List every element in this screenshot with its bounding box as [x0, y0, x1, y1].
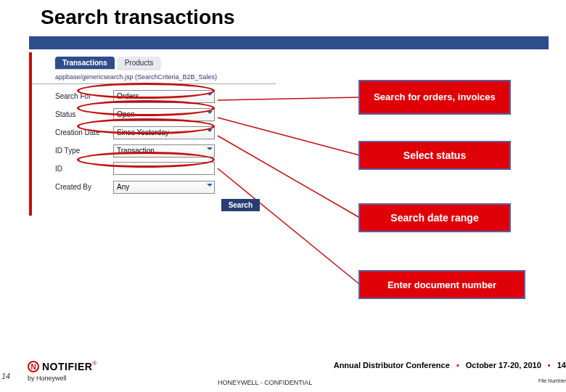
confidential-text: HONEYWELL - CONFIDENTIAL	[218, 379, 312, 386]
accent-bar	[29, 36, 549, 49]
select-status[interactable]	[113, 108, 215, 121]
conference-name: Annual Distributor Conference	[334, 361, 450, 369]
content-area: Transactions Products appbase/genericsea…	[29, 52, 549, 328]
file-number-label: File Number	[334, 378, 566, 383]
select-creation-date[interactable]	[113, 126, 215, 139]
breadcrumb: appbase/genericsearch.jsp (SearchCriteri…	[32, 69, 276, 84]
select-search-for[interactable]	[113, 90, 215, 103]
label-search-for: Search For	[55, 92, 113, 100]
label-creation-date: Creation Date	[55, 128, 113, 136]
tab-products[interactable]: Products	[118, 57, 160, 69]
tab-row: Transactions Products	[55, 52, 276, 69]
brand-byline: by Honeywell	[28, 375, 97, 382]
callout-doc-number: Enter document number	[358, 270, 525, 299]
bullet-icon: •	[548, 361, 551, 369]
tab-transactions[interactable]: Transactions	[55, 57, 115, 69]
search-form: Search For Status Creation Date ID Type …	[32, 84, 276, 216]
page-number-left: 14	[1, 372, 10, 380]
label-id: ID	[55, 165, 113, 173]
label-status: Status	[55, 110, 113, 118]
input-id[interactable]	[113, 162, 215, 175]
slide-title: Search transactions	[0, 0, 566, 36]
logo-icon: N	[28, 361, 39, 372]
bullet-icon: •	[456, 361, 459, 369]
search-button[interactable]: Search	[221, 199, 260, 211]
conference-date: October 17-20, 2010	[466, 361, 541, 369]
footer: 14 N NOTIFIER® by Honeywell HONEYWELL - …	[0, 348, 566, 392]
footer-conference-line: Annual Distributor Conference • October …	[334, 361, 566, 369]
page-number-right: 14	[557, 361, 566, 369]
logo-block: N NOTIFIER® by Honeywell	[28, 360, 97, 382]
callout-date-range: Search date range	[358, 203, 511, 232]
label-id-type: ID Type	[55, 147, 113, 155]
label-created-by: Created By	[55, 183, 113, 191]
select-created-by[interactable]	[113, 181, 215, 194]
app-screenshot: Transactions Products appbase/genericsea…	[29, 52, 276, 216]
brand-name: NOTIFIER®	[42, 360, 97, 373]
select-id-type[interactable]	[113, 144, 215, 158]
callout-orders-invoices: Search for orders, invoices	[358, 80, 511, 115]
callout-select-status: Select status	[358, 141, 511, 170]
